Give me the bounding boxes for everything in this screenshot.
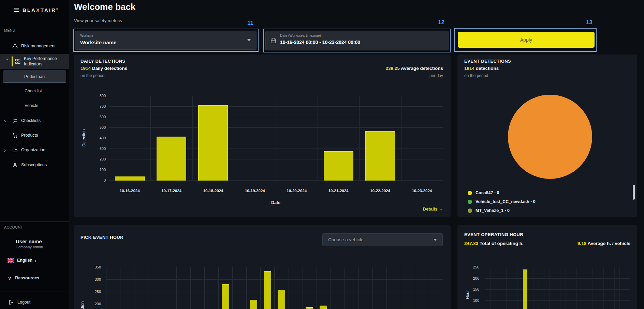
card-title: EVENT OPERATING HOUR bbox=[464, 232, 523, 237]
annotation-badge-12: 12 bbox=[438, 19, 444, 26]
dashboard-page: BLAXTAIR® MENU Risk management › Key Per… bbox=[0, 0, 644, 309]
hamburger-menu-icon[interactable] bbox=[14, 8, 19, 12]
legend-scrollbar[interactable] bbox=[633, 185, 635, 200]
legend-item[interactable]: Vehicle_test_CC_newdash - 0 bbox=[468, 198, 536, 205]
building-icon bbox=[12, 146, 18, 153]
apply-button[interactable]: Apply bbox=[458, 32, 595, 48]
y-axis-tick: 150 bbox=[461, 287, 479, 291]
date-annotation-box: Date (Worksite's timezone) 10-16-2024 00… bbox=[263, 29, 451, 52]
chart-bar bbox=[523, 269, 527, 309]
sidebar-subitem-label: Checklist bbox=[25, 89, 42, 93]
logo-row: BLAXTAIR® bbox=[0, 0, 69, 20]
page-subtitle: View your safety metrics bbox=[74, 18, 122, 23]
card-title: PICK EVENT HOUR bbox=[80, 235, 123, 240]
x-axis-label: 10-20-2024 bbox=[276, 189, 318, 193]
y-axis-tick: 200 bbox=[461, 276, 479, 280]
y-axis-tick: 100 bbox=[87, 168, 106, 172]
sidebar-subitem-label: Pedestrian bbox=[24, 74, 45, 79]
logout-label: Logout bbox=[17, 299, 30, 305]
x-axis-labels: 10-16-202410-17-202410-18-202410-19-2024… bbox=[109, 189, 443, 194]
sidebar-item-products[interactable]: Products bbox=[0, 128, 69, 142]
legend-dot bbox=[468, 191, 472, 195]
sidebar: BLAXTAIR® MENU Risk management › Key Per… bbox=[0, 0, 69, 309]
language-selector[interactable]: English › bbox=[0, 255, 69, 266]
sidebar-subitem-vehicle[interactable]: Vehicle bbox=[0, 99, 69, 112]
x-axis-label: 10-23-2024 bbox=[401, 189, 443, 193]
chevron-right-icon: › bbox=[34, 258, 36, 263]
x-axis-label: 10-18-2024 bbox=[192, 189, 234, 193]
y-axis-tick: 300 bbox=[83, 277, 101, 281]
worksite-annotation-box: Worksite Worksite name bbox=[73, 29, 259, 52]
sidebar-item-risk-management[interactable]: Risk management bbox=[0, 39, 69, 53]
user-role: Company admin bbox=[16, 245, 43, 249]
chart-bar bbox=[157, 137, 186, 181]
event-detections-pie-chart bbox=[508, 95, 592, 179]
legend-label: Vehicle_test_CC_newdash - 0 bbox=[475, 199, 536, 204]
uk-flag-icon bbox=[8, 258, 14, 263]
worksite-select[interactable]: Worksite Worksite name bbox=[75, 31, 257, 50]
brand-logo: BLAXTAIR® bbox=[23, 7, 58, 13]
y-axis-tick: 200 bbox=[83, 302, 101, 306]
chart-bar bbox=[198, 105, 228, 181]
worksite-field-value: Worksite name bbox=[80, 40, 116, 45]
oph-avg-stat: 9.18 Average h. / vehicle bbox=[577, 241, 630, 246]
y-axis-tick: 100 bbox=[461, 298, 479, 303]
y-axis-tick: 250 bbox=[83, 290, 101, 294]
worksite-field-label: Worksite bbox=[80, 34, 93, 37]
person-icon bbox=[12, 161, 18, 168]
sidebar-item-label: Subscriptions bbox=[21, 162, 47, 168]
daily-avg-note: per day bbox=[429, 73, 443, 78]
chart-bar bbox=[222, 284, 229, 309]
pick-event-hour-bar-chart bbox=[106, 267, 443, 309]
x-axis-label: 10-22-2024 bbox=[359, 189, 401, 193]
y-axis-tick: 700 bbox=[87, 104, 106, 108]
y-axis-tick: 800 bbox=[87, 94, 106, 98]
sidebar-item-organization[interactable]: › Organization bbox=[0, 143, 69, 157]
sidebar-item-checklists[interactable]: › Checklists bbox=[0, 113, 69, 128]
sidebar-subitem-pedestrian[interactable]: Pedestrian bbox=[3, 71, 66, 83]
card-title: DAILY DETECTIONS bbox=[80, 59, 125, 64]
sidebar-item-subscriptions[interactable]: Subscriptions bbox=[0, 158, 69, 172]
details-link[interactable]: Details → bbox=[423, 206, 443, 212]
chart-bar bbox=[320, 306, 327, 309]
date-field-label: Date (Worksite's timezone) bbox=[280, 34, 321, 37]
y-axis-tick: 200 bbox=[87, 157, 106, 161]
sidebar-item-label: Checklists bbox=[21, 118, 41, 123]
date-range-field[interactable]: Date (Worksite's timezone) 10-16-2024 00… bbox=[265, 31, 449, 50]
vehicle-select[interactable]: Choose a vehicle bbox=[322, 233, 443, 246]
y-axis-title: Hour bbox=[465, 281, 470, 308]
chart-bar bbox=[115, 176, 145, 181]
annotation-badge-13: 13 bbox=[586, 19, 592, 26]
sidebar-subitem-checklist[interactable]: Checklist bbox=[0, 84, 69, 98]
sidebar-item-key-performance-indicators[interactable]: › Key Performance Indicators bbox=[0, 54, 69, 69]
x-axis-label: 10-21-2024 bbox=[318, 189, 359, 193]
divider bbox=[0, 292, 69, 292]
page-title: Welcome back bbox=[74, 2, 135, 12]
legend-label: MT_Vehicle_1 - 0 bbox=[475, 208, 510, 213]
sidebar-item-label: Key Performance Indicators bbox=[24, 56, 62, 67]
daily-count-note: on the period bbox=[80, 73, 104, 78]
daily-avg-stat: 239.25 Average detections bbox=[385, 66, 443, 71]
arrow-right-icon: → bbox=[439, 206, 443, 212]
vehicle-select-placeholder: Choose a vehicle bbox=[328, 237, 364, 242]
resources-item[interactable]: ? Ressources bbox=[0, 273, 69, 283]
y-axis-tick: 250 bbox=[461, 265, 479, 269]
date-field-value: 10-16-2024 00:00 - 10-23-2024 00:00 bbox=[280, 40, 360, 45]
daily-detections-card: DAILY DETECTIONS 1914 Daily detections o… bbox=[74, 55, 451, 217]
daily-detections-bar-chart bbox=[109, 96, 443, 181]
logout-button[interactable]: Logout bbox=[0, 296, 69, 308]
card-title: EVENT DETECTIONS bbox=[464, 59, 511, 64]
legend-item[interactable]: Coca847 - 0 bbox=[468, 189, 499, 196]
divider bbox=[0, 221, 69, 222]
daily-count-stat: 1914 Daily detections bbox=[80, 66, 127, 71]
chart-bar bbox=[306, 307, 313, 309]
chart-bar bbox=[365, 131, 395, 181]
account-section-label: ACCOUNT bbox=[4, 225, 23, 229]
event-detections-card: EVENT DETECTIONS 1914 detections on the … bbox=[457, 55, 637, 217]
legend-item[interactable]: MT_Vehicle_1 - 0 bbox=[468, 207, 510, 214]
event-count-stat: 1914 detections bbox=[464, 66, 499, 71]
event-operating-hour-card: EVENT OPERATING HOUR 247.83 Total of ope… bbox=[457, 225, 637, 309]
oph-total-stat: 247.83 Total of operating h. bbox=[464, 241, 524, 246]
chart-bar bbox=[250, 300, 257, 309]
x-axis-label: 10-19-2024 bbox=[234, 189, 276, 193]
